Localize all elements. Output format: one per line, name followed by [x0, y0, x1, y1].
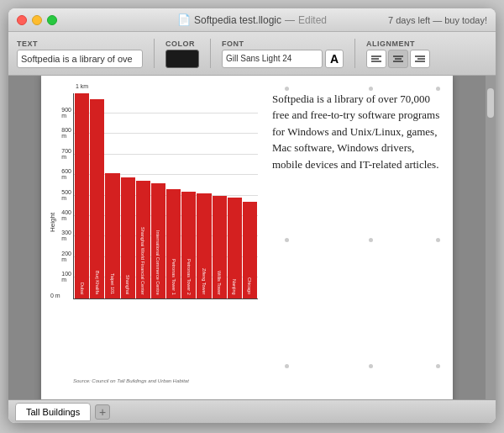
guide-dot [285, 364, 289, 368]
maximize-button[interactable] [47, 15, 57, 25]
align-center-button[interactable] [388, 50, 408, 68]
bar-label: Burj Khalifa [95, 271, 100, 294]
bar-label: International Commerce Centre [155, 230, 160, 295]
separator-1 [154, 39, 155, 68]
bar-wrapper: Shanghai World Financial Center [136, 181, 150, 298]
separator-2 [210, 39, 211, 68]
text-field[interactable]: Softpedia is a library of ove [17, 50, 143, 68]
bar-wrapper: Petronas Tower 1 [166, 189, 181, 298]
bar: Shanghai [121, 177, 135, 298]
color-field[interactable] [165, 50, 199, 68]
toolbar: TEXT Softpedia is a library of ove COLOR… [8, 32, 496, 76]
bar-label: Nanjing [232, 279, 237, 295]
bar: Burj Khalifa [90, 99, 104, 298]
guide-dot [369, 238, 373, 242]
bar-label: Shanghai [125, 275, 130, 294]
bar: Petronas Tower 1 [166, 189, 181, 298]
bar: Dubai [75, 93, 89, 298]
guide-dot [285, 238, 289, 242]
font-name-value: Gill Sans Light 24 [226, 54, 291, 63]
alignment-group: ALIGNMENT [366, 40, 430, 68]
font-group: FONT Gill Sans Light 24 A [222, 40, 344, 68]
scrollbar[interactable] [486, 76, 496, 399]
y-axis-label: Height [49, 212, 56, 231]
bar-wrapper: Burj Khalifa [90, 99, 104, 298]
app-window: 📄 Softpedia test.llogic — Edited 7 days … [8, 8, 496, 423]
bar-label: Dubai [80, 283, 85, 294]
font-name-field[interactable]: Gill Sans Light 24 [222, 50, 323, 68]
page-area: Height 1 km 900 m 800 m [8, 76, 486, 399]
bar-label: Chicago [247, 277, 252, 294]
bar: Shanghai World Financial Center [136, 181, 150, 298]
bar-wrapper: Petronas Tower 2 [181, 192, 196, 298]
alignment-label: ALIGNMENT [366, 40, 430, 48]
bar-wrapper: Willis Tower [213, 196, 227, 298]
edited-label: Edited [298, 14, 327, 26]
font-label: FONT [222, 40, 344, 48]
trial-text: 7 days left — buy today! [388, 15, 487, 25]
bar-label: Petronas Tower 1 [171, 259, 176, 295]
bar: International Commerce Centre [151, 183, 165, 298]
bar-label: Taipei 101 [110, 273, 115, 294]
km-label: 1 km [76, 83, 88, 89]
bar: Taipei 101 [105, 173, 119, 298]
bar-wrapper: International Commerce Centre [151, 183, 165, 298]
color-group: COLOR [165, 40, 199, 68]
guide-dot [436, 364, 440, 368]
bar-wrapper: Taipei 101 [105, 173, 119, 298]
gridline-zero: 0 m [50, 293, 60, 298]
title-text: Softpedia test.llogic [194, 14, 281, 26]
chart-inner: 1 km 900 m 800 m 700 m 600 m [73, 93, 258, 299]
bar: Chicago [243, 202, 257, 298]
bar-label: Petronas Tower 2 [186, 259, 192, 295]
align-right-button[interactable] [410, 50, 430, 68]
text-box[interactable]: Softpedia is a library of over 70,000 fr… [272, 91, 440, 173]
bar-wrapper: Zifeng Tower [197, 193, 211, 298]
title-bar: 📄 Softpedia test.llogic — Edited 7 days … [8, 8, 496, 32]
color-label: COLOR [165, 40, 199, 48]
guide-dot [436, 238, 440, 242]
tab-label: Tall Buildings [26, 407, 80, 417]
window-title: 📄 Softpedia test.llogic — Edited [177, 13, 327, 26]
bar-label: Willis Tower [217, 271, 222, 295]
bar: Zifeng Tower [197, 193, 211, 298]
bar-wrapper: Shanghai [121, 177, 135, 298]
bar-label: Shanghai World Financial Center [140, 227, 145, 295]
bar-label: Zifeng Tower [202, 268, 207, 294]
minimize-button[interactable] [32, 15, 42, 25]
bar-wrapper: Dubai [75, 93, 89, 298]
align-left-button[interactable] [366, 50, 386, 68]
bar: Petronas Tower 2 [181, 192, 196, 298]
text-label: TEXT [17, 40, 143, 48]
add-tab-button[interactable]: + [95, 404, 110, 420]
separator-3 [354, 39, 355, 68]
chart-container: Height 1 km 900 m 800 m [48, 81, 262, 383]
guide-dot [369, 364, 373, 368]
bar: Nanjing [228, 198, 242, 298]
scrollbar-thumb[interactable] [487, 88, 494, 118]
bar: Willis Tower [213, 196, 227, 298]
text-group: TEXT Softpedia is a library of ove [17, 40, 143, 68]
text-box-content: Softpedia is a library of over 70,000 fr… [272, 92, 439, 171]
font-icon-button[interactable]: A [325, 50, 344, 68]
text-value: Softpedia is a library of ove [21, 54, 133, 64]
align-buttons [366, 50, 430, 68]
bars-container: Dubai Burj Khalifa Taipei 101 [74, 93, 258, 298]
close-button[interactable] [17, 15, 27, 25]
tab-bar: Tall Buildings + [8, 399, 496, 423]
tab-tall-buildings[interactable]: Tall Buildings [15, 403, 91, 421]
bar-wrapper: Chicago [243, 202, 257, 298]
traffic-lights [17, 15, 57, 25]
bar-wrapper: Nanjing [228, 198, 242, 298]
main-content: Height 1 km 900 m 800 m [8, 76, 496, 399]
page: Height 1 km 900 m 800 m [41, 76, 453, 399]
chart-source: Source: Council on Tall Buildings and Ur… [73, 378, 189, 383]
